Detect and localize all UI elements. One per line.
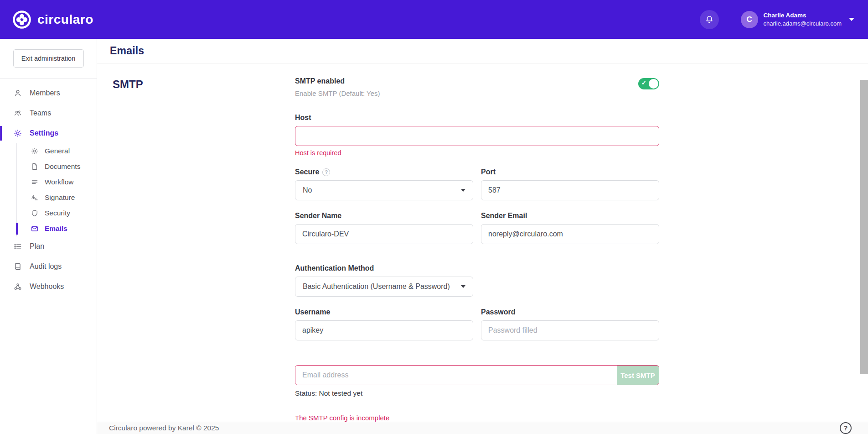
sidebar-item-plan[interactable]: Plan — [0, 236, 97, 256]
sidebar-item-label: Members — [30, 89, 60, 97]
chevron-down-icon — [849, 18, 854, 21]
sidebar-item-label: Security — [45, 209, 70, 217]
sidebar-item-signature[interactable]: Signature — [17, 190, 97, 205]
sender-name-input[interactable] — [295, 224, 473, 244]
smtp-settings-card: SMTP SMTP enabled Enable SMTP (Default: … — [97, 63, 868, 422]
smtp-test-status: Status: Not tested yet — [295, 389, 659, 397]
sidebar-item-label: Signature — [45, 193, 75, 202]
password-label: Password — [481, 308, 659, 316]
bell-icon — [704, 15, 714, 25]
sidebar-item-audit-logs[interactable]: Audit logs — [0, 256, 97, 277]
smtp-section-title: SMTP — [113, 77, 295, 422]
gear-icon — [30, 147, 39, 156]
auth-method-value: Basic Authentication (Username & Passwor… — [303, 282, 450, 291]
sidebar-item-teams[interactable]: Teams — [0, 103, 97, 123]
app-header: circularo C Charlie Adams charlie.adams@… — [0, 0, 868, 39]
envelope-icon — [30, 225, 39, 233]
sidebar-item-settings[interactable]: Settings — [0, 123, 97, 143]
list-icon — [13, 241, 23, 251]
gear-icon — [13, 128, 23, 138]
footer-text: Circularo powered by Karel © 2025 — [109, 424, 219, 432]
test-email-input[interactable] — [295, 366, 617, 385]
file-icon — [30, 162, 39, 171]
sidebar-item-members[interactable]: Members — [0, 83, 97, 103]
chevron-down-icon — [461, 189, 465, 192]
smtp-enabled-hint: Enable SMTP (Default: Yes) — [295, 89, 380, 97]
help-icon[interactable]: ? — [840, 422, 852, 434]
secure-select-value: No — [303, 186, 312, 194]
active-indicator — [0, 126, 2, 141]
sender-name-label: Sender Name — [295, 212, 473, 220]
host-input[interactable] — [295, 126, 659, 146]
toggle-knob — [649, 79, 658, 89]
sidebar-item-label: Settings — [30, 129, 58, 137]
host-label: Host — [295, 114, 659, 122]
sidebar-item-label: General — [45, 147, 70, 155]
footer: Circularo powered by Karel © 2025 ? — [97, 422, 868, 434]
smtp-config-error: The SMTP config is incomplete — [295, 414, 659, 422]
sidebar-item-workflow[interactable]: Workflow — [17, 174, 97, 190]
circularo-logo[interactable]: circularo — [12, 10, 93, 30]
settings-submenu: General Documents — [16, 143, 97, 236]
person-icon — [13, 88, 23, 98]
exit-administration-button[interactable]: Exit administration — [13, 49, 84, 68]
username-label: Username — [295, 308, 473, 316]
host-error: Host is required — [295, 149, 659, 157]
test-smtp-button[interactable]: Test SMTP — [617, 366, 659, 385]
sidebar-item-label: Workflow — [45, 178, 73, 186]
page-title: Emails — [110, 45, 144, 57]
shield-icon — [30, 209, 39, 218]
user-email: charlie.adams@circularo.com — [764, 20, 842, 28]
sidebar-item-general[interactable]: General — [17, 143, 97, 159]
sidebar-item-label: Emails — [45, 225, 67, 233]
sidebar-item-label: Teams — [30, 109, 51, 117]
sidebar-item-label: Audit logs — [30, 262, 62, 271]
sidebar-item-documents[interactable]: Documents — [17, 159, 97, 174]
webhook-icon — [13, 282, 23, 292]
secure-select[interactable]: No — [295, 180, 473, 200]
book-icon — [13, 261, 23, 272]
smtp-enabled-toggle[interactable]: ✓ — [638, 78, 659, 89]
signature-icon — [30, 193, 39, 202]
username-input[interactable] — [295, 320, 473, 340]
sender-email-label: Sender Email — [481, 212, 659, 220]
port-label: Port — [481, 168, 659, 176]
smtp-enabled-label: SMTP enabled — [295, 77, 380, 85]
sidebar-item-webhooks[interactable]: Webhooks — [0, 277, 97, 297]
password-input[interactable] — [481, 320, 659, 340]
people-icon — [13, 108, 23, 118]
sidebar-item-emails[interactable]: Emails — [17, 221, 97, 236]
sidebar-nav: Members Teams — [0, 78, 97, 297]
notifications-button[interactable] — [700, 10, 719, 29]
auth-method-label: Authentication Method — [295, 264, 473, 272]
port-input[interactable] — [481, 180, 659, 200]
scrollbar-thumb[interactable] — [860, 80, 868, 374]
active-indicator — [16, 223, 18, 235]
sender-email-input[interactable] — [481, 224, 659, 244]
sidebar-item-label: Plan — [30, 242, 44, 251]
sidebar-item-security[interactable]: Security — [17, 205, 97, 221]
user-menu[interactable]: C Charlie Adams charlie.adams@circularo.… — [741, 11, 854, 28]
chevron-down-icon — [461, 285, 465, 288]
sidebar-item-label: Webhooks — [30, 282, 64, 291]
secure-label: Secure ? — [295, 168, 473, 176]
help-icon[interactable]: ? — [322, 168, 330, 176]
logo-wordmark: circularo — [37, 12, 93, 27]
auth-method-select[interactable]: Basic Authentication (Username & Passwor… — [295, 277, 473, 297]
circularo-logo-icon — [12, 10, 32, 30]
vertical-scrollbar — [860, 80, 868, 415]
avatar: C — [741, 11, 758, 28]
test-smtp-group: Test SMTP — [295, 365, 659, 385]
user-name: Charlie Adams — [764, 11, 842, 20]
admin-sidebar: Exit administration Members Team — [0, 39, 97, 434]
check-icon: ✓ — [641, 79, 646, 86]
lines-icon — [30, 178, 39, 187]
sidebar-item-label: Documents — [45, 162, 80, 171]
